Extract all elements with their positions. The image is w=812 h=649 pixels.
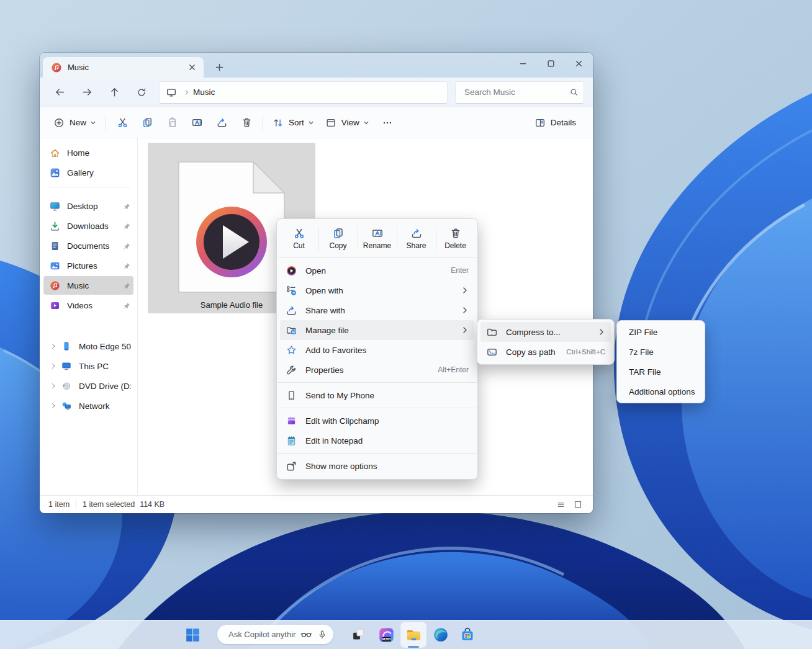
documents-icon (50, 241, 60, 251)
details-button[interactable]: Details (529, 112, 585, 134)
tab-music[interactable]: Music (43, 57, 204, 78)
downloads-icon (50, 221, 60, 231)
file-explorer-taskbar-button[interactable] (401, 622, 426, 647)
chevron-right-icon (461, 307, 469, 314)
view-button[interactable]: View (320, 112, 375, 134)
videos-icon (50, 300, 60, 311)
sidebar-item-network[interactable]: Network (43, 396, 133, 415)
expand-chevron-icon[interactable] (50, 342, 57, 350)
navigation-bar: Music (40, 78, 593, 107)
more-options-button[interactable] (375, 112, 400, 134)
menu-item-edit-in-notepad[interactable]: Edit in Notepad (280, 431, 474, 450)
task-view-button[interactable] (346, 622, 371, 647)
sidebar-item-pictures[interactable]: Pictures (43, 256, 133, 275)
context-menu: Cut Copy Rename Share Delete (276, 218, 478, 480)
address-bar[interactable]: Music (159, 81, 448, 104)
back-button[interactable] (46, 81, 73, 104)
store-taskbar-button[interactable] (455, 622, 480, 647)
share-quick-button[interactable]: Share (397, 221, 436, 256)
microphone-icon[interactable] (317, 630, 327, 640)
sidebar-item-music[interactable]: Music (43, 276, 133, 295)
windows-logo-icon (184, 627, 201, 643)
cut-quick-button[interactable]: Cut (279, 221, 318, 256)
menu-item-compress-to[interactable]: Compress to... (480, 322, 611, 342)
menu-item-edit-with-clipchamp[interactable]: Edit with Clipchamp (280, 411, 474, 431)
sidebar-item-documents[interactable]: Documents (43, 236, 133, 255)
menu-item-manage-file[interactable]: Manage file (280, 320, 474, 340)
menu-item-open[interactable]: Open Enter (280, 261, 474, 280)
edge-taskbar-button[interactable] (428, 622, 453, 647)
open-with-icon (286, 285, 297, 297)
expand-chevron-icon[interactable] (50, 362, 57, 370)
sidebar-item-gallery[interactable]: Gallery (43, 163, 133, 182)
m365-copilot-button[interactable]: M365 (374, 622, 399, 647)
search-box[interactable] (455, 81, 584, 104)
up-button[interactable] (101, 81, 128, 104)
paste-button[interactable] (160, 112, 184, 134)
menu-item-additional-options[interactable]: Additional options (620, 382, 701, 401)
sidebar-item-this-pc[interactable]: This PC (43, 357, 133, 375)
menu-item-share-with[interactable]: Share with (280, 300, 474, 320)
cut-button[interactable] (110, 112, 135, 134)
sidebar-item-dvd-drive[interactable]: DVD Drive (D:) CCC (43, 377, 133, 395)
menu-item-properties[interactable]: Properties Alt+Enter (280, 360, 474, 380)
pin-icon (123, 282, 131, 290)
rename-button[interactable] (184, 112, 209, 134)
menu-separator (277, 382, 477, 383)
menu-item-add-to-favorites[interactable]: Add to Favorites (280, 340, 474, 360)
delete-button[interactable] (234, 112, 259, 134)
menu-item-send-to-phone[interactable]: Send to My Phone (280, 385, 474, 405)
share-button[interactable] (209, 112, 234, 134)
new-label: New (70, 118, 86, 127)
status-divider (76, 500, 76, 509)
menu-item-open-with[interactable]: Open with (280, 280, 474, 300)
forward-button[interactable] (73, 81, 101, 104)
delete-quick-button[interactable]: Delete (436, 221, 475, 256)
menu-separator (277, 453, 477, 454)
file-name-label: Sample Audio file (201, 300, 263, 310)
sidebar-item-moto-edge[interactable]: Moto Edge 50 Neo (43, 337, 133, 356)
rename-quick-button[interactable]: Rename (358, 221, 397, 256)
menu-item-7z-file[interactable]: 7z File (620, 342, 701, 362)
quick-actions-row: Cut Copy Rename Share Delete (277, 219, 477, 258)
ellipsis-icon (382, 117, 393, 128)
notepad-icon (286, 435, 297, 447)
search-input[interactable] (463, 87, 569, 97)
details-view-toggle[interactable] (553, 498, 568, 511)
close-button[interactable] (565, 53, 593, 74)
network-icon (61, 401, 72, 411)
copy-button[interactable] (135, 112, 160, 134)
menu-item-tar-file[interactable]: TAR File (620, 362, 701, 382)
copilot-search-box[interactable] (217, 625, 333, 644)
this-pc-icon (61, 361, 72, 372)
refresh-button[interactable] (128, 81, 155, 104)
start-button[interactable] (180, 622, 205, 647)
minimize-button[interactable] (509, 53, 537, 74)
sidebar-item-home[interactable]: Home (43, 143, 133, 162)
sidebar-item-downloads[interactable]: Downloads (43, 217, 133, 235)
maximize-button[interactable] (537, 53, 565, 74)
command-bar: New (40, 107, 593, 138)
breadcrumb-path[interactable]: Music (193, 87, 215, 97)
home-icon (50, 148, 60, 158)
copilot-vision-glasses-icon (300, 628, 313, 641)
tab-close-icon[interactable] (185, 61, 199, 74)
sidebar-item-desktop[interactable]: Desktop (43, 197, 133, 215)
taskbar: M365 (0, 620, 812, 649)
sort-button[interactable]: Sort (267, 112, 320, 134)
expand-chevron-icon[interactable] (50, 382, 57, 390)
expand-chevron-icon[interactable] (50, 402, 57, 410)
pin-icon (123, 302, 131, 310)
new-button[interactable]: New (48, 112, 102, 134)
chevron-down-icon (363, 120, 369, 126)
menu-item-copy-as-path[interactable]: Copy as path Ctrl+Shift+C (480, 342, 611, 362)
new-tab-button[interactable] (211, 59, 227, 75)
menu-item-zip-file[interactable]: ZIP File (620, 322, 701, 342)
sidebar-item-videos[interactable]: Videos (43, 296, 133, 315)
clipchamp-icon (286, 415, 297, 427)
copy-quick-button[interactable]: Copy (318, 221, 358, 256)
music-icon (50, 280, 60, 291)
copilot-search-input[interactable] (227, 629, 297, 640)
menu-item-show-more-options[interactable]: Show more options (280, 456, 474, 476)
large-icons-view-toggle[interactable] (571, 498, 585, 511)
